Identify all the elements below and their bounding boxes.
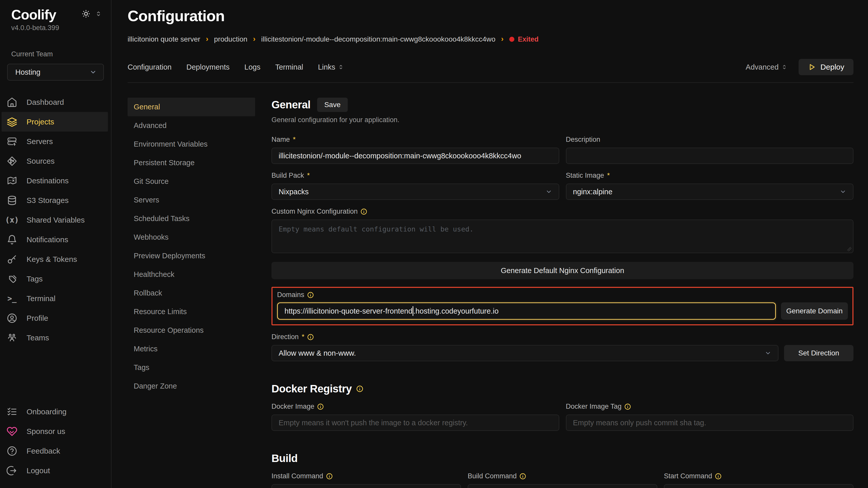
- theme-selector-chevrons-icon[interactable]: [95, 10, 102, 17]
- sidebar-item-sponsor-us[interactable]: Sponsor us: [2, 421, 108, 441]
- install-command-input[interactable]: [272, 484, 461, 488]
- subnav-item-resource-operations[interactable]: Resource Operations: [128, 321, 255, 339]
- subnav-item-git-source[interactable]: Git Source: [128, 172, 255, 191]
- subnav-item-environment-variables[interactable]: Environment Variables: [128, 135, 255, 154]
- subnav-item-danger-zone[interactable]: Danger Zone: [128, 377, 255, 395]
- subnav-item-rollback[interactable]: Rollback: [128, 284, 255, 302]
- sidebar-item-shared-variables[interactable]: (x) Shared Variables: [2, 210, 108, 230]
- tab-links[interactable]: Links: [318, 63, 344, 71]
- info-icon[interactable]: [624, 403, 631, 410]
- description-label: Description: [566, 136, 854, 143]
- tab-logs[interactable]: Logs: [244, 63, 260, 71]
- sidebar-item-sources[interactable]: Sources: [2, 151, 108, 171]
- build-pack-select[interactable]: Nixpacks: [272, 184, 559, 200]
- docker-registry-heading: Docker Registry: [272, 383, 854, 395]
- theme-sun-icon[interactable]: [82, 9, 91, 19]
- install-command-label: Install Command: [272, 472, 461, 480]
- layers-icon: [7, 117, 17, 127]
- sidebar-item-profile[interactable]: Profile: [2, 308, 108, 328]
- subnav-item-preview-deployments[interactable]: Preview Deployments: [128, 247, 255, 265]
- subnav-item-persistent-storage[interactable]: Persistent Storage: [128, 154, 255, 172]
- info-icon[interactable]: [715, 473, 722, 480]
- info-icon[interactable]: [360, 208, 367, 215]
- direction-select[interactable]: Allow www & non-www.: [272, 345, 778, 361]
- subnav-item-advanced[interactable]: Advanced: [128, 116, 255, 135]
- subnav-item-general[interactable]: General: [128, 98, 255, 116]
- logout-icon: [7, 465, 17, 476]
- description-input[interactable]: [566, 148, 854, 164]
- breadcrumb-application[interactable]: illicitestonion/-module--decomposition:m…: [261, 35, 495, 43]
- general-form: General Save General configuration for y…: [272, 98, 854, 488]
- general-heading: General: [272, 99, 311, 111]
- name-label: Name*: [272, 136, 559, 143]
- play-icon: [808, 63, 816, 71]
- sidebar-item-destinations[interactable]: Destinations: [2, 171, 108, 191]
- chevron-right-icon: ›: [206, 34, 209, 43]
- subnav-item-resource-limits[interactable]: Resource Limits: [128, 302, 255, 321]
- sidebar-item-terminal[interactable]: >_ Terminal: [2, 289, 108, 308]
- breadcrumb-project[interactable]: illicitonion quote server: [128, 35, 200, 43]
- sidebar-item-tags[interactable]: Tags: [2, 269, 108, 289]
- info-icon[interactable]: [307, 333, 314, 340]
- sidebar-item-logout[interactable]: Logout: [2, 461, 108, 480]
- tab-links-label: Links: [318, 63, 335, 71]
- terminal-icon: >_: [7, 294, 17, 303]
- info-icon[interactable]: [519, 473, 526, 480]
- deploy-button[interactable]: Deploy: [799, 59, 854, 75]
- tabs: Configuration Deployments Logs Terminal …: [128, 63, 344, 71]
- sidebar-item-onboarding[interactable]: Onboarding: [2, 402, 108, 421]
- chevron-right-icon: ›: [501, 34, 504, 43]
- tab-terminal[interactable]: Terminal: [275, 63, 303, 71]
- tab-deployments[interactable]: Deployments: [187, 63, 229, 71]
- docker-image-tag-label: Docker Image Tag: [566, 402, 854, 411]
- docker-image-tag-input[interactable]: [566, 415, 854, 431]
- home-icon: [7, 97, 17, 107]
- team-select[interactable]: Hosting: [7, 64, 104, 80]
- subnav-item-healthcheck[interactable]: Healthcheck: [128, 265, 255, 284]
- sidebar-item-s3-storages[interactable]: S3 Storages: [2, 191, 108, 210]
- info-icon[interactable]: [326, 473, 333, 480]
- info-icon[interactable]: [356, 385, 364, 393]
- sidebar-item-notifications[interactable]: Notifications: [2, 230, 108, 249]
- build-command-input[interactable]: [468, 484, 657, 488]
- sidebar-item-servers[interactable]: Servers: [2, 132, 108, 151]
- subnav-item-tags[interactable]: Tags: [128, 358, 255, 377]
- sidebar-item-keys-tokens[interactable]: Keys & Tokens: [2, 249, 108, 269]
- custom-nginx-textarea[interactable]: [272, 220, 854, 253]
- sidebar-item-dashboard[interactable]: Dashboard: [2, 92, 108, 112]
- subnav-item-servers[interactable]: Servers: [128, 191, 255, 209]
- sidebar-item-label: Sponsor us: [27, 427, 65, 436]
- sidebar-item-label: Notifications: [27, 235, 68, 244]
- name-input[interactable]: [272, 148, 559, 164]
- general-subtitle: General configuration for your applicati…: [272, 116, 854, 124]
- breadcrumb-environment[interactable]: production: [214, 35, 247, 43]
- subnav-item-metrics[interactable]: Metrics: [128, 339, 255, 358]
- advanced-menu[interactable]: Advanced: [746, 63, 787, 71]
- static-image-select[interactable]: nginx:alpine: [566, 184, 854, 200]
- sidebar-item-feedback[interactable]: Feedback: [2, 441, 108, 461]
- domains-input[interactable]: https://illicitonion-quote-server-fronte…: [277, 302, 776, 320]
- tab-configuration[interactable]: Configuration: [128, 63, 172, 71]
- app-logo[interactable]: Coolify: [11, 7, 56, 23]
- set-direction-button[interactable]: Set Direction: [784, 345, 854, 361]
- sidebar-item-projects[interactable]: Projects: [2, 112, 108, 132]
- docker-image-input[interactable]: [272, 415, 559, 431]
- bell-icon: [7, 234, 17, 245]
- sidebar-item-teams[interactable]: Teams: [2, 328, 108, 348]
- generate-domain-button[interactable]: Generate Domain: [781, 302, 848, 320]
- app-version: v4.0.0-beta.399: [0, 23, 111, 32]
- subnav-item-scheduled-tasks[interactable]: Scheduled Tasks: [128, 209, 255, 228]
- help-circle-icon: [7, 446, 17, 456]
- database-icon: [7, 195, 17, 206]
- info-icon[interactable]: [307, 291, 314, 299]
- start-command-input[interactable]: [664, 484, 854, 488]
- static-image-label: Static Image*: [566, 171, 854, 180]
- sidebar-item-label: Shared Variables: [27, 216, 85, 224]
- info-icon[interactable]: [317, 403, 324, 410]
- sidebar-item-label: Projects: [27, 118, 54, 126]
- sidebar-item-label: Profile: [27, 314, 48, 323]
- subnav-item-webhooks[interactable]: Webhooks: [128, 228, 255, 247]
- save-button[interactable]: Save: [317, 98, 348, 112]
- page-title: Configuration: [128, 7, 854, 25]
- generate-nginx-button[interactable]: Generate Default Nginx Configuration: [272, 262, 854, 279]
